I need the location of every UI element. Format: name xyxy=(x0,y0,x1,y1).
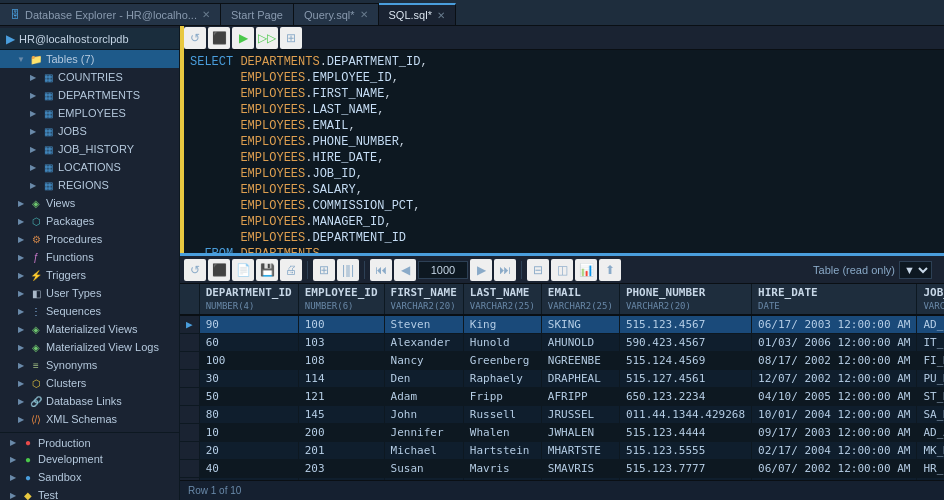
tab-sql-sql[interactable]: SQL.sql* ✕ xyxy=(379,3,456,25)
sidebar-item-db-links[interactable]: ▶ 🔗 Database Links xyxy=(0,392,179,410)
results-table-wrapper[interactable]: DEPARTMENT_IDNUMBER(4) EMPLOYEE_IDNUMBER… xyxy=(180,284,944,480)
tab-query-sql[interactable]: Query.sql* ✕ xyxy=(294,3,379,25)
sequences-icon: ⋮ xyxy=(29,306,43,317)
test-label: Test xyxy=(38,489,58,500)
results-new-btn[interactable]: 📄 xyxy=(232,259,254,281)
sidebar-item-clusters[interactable]: ▶ ⬡ Clusters xyxy=(0,374,179,392)
table-row[interactable]: 30114DenRaphaelyDRAPHEAL515.127.456112/0… xyxy=(180,369,944,387)
run-script-btn[interactable]: ▷▷ xyxy=(256,27,278,49)
row-indicator xyxy=(180,351,199,369)
sidebar-item-synonyms[interactable]: ▶ ≡ Synonyms xyxy=(0,356,179,374)
results-form-btn[interactable]: ◫ xyxy=(551,259,573,281)
cell-last-name: Raphaely xyxy=(463,369,541,387)
cell-first-name: Jennifer xyxy=(384,423,463,441)
sidebar-item-countries[interactable]: ▶ ▦ COUNTRIES xyxy=(0,68,179,86)
cell-hire-date: 06/17/ 2003 12:00:00 AM xyxy=(752,315,917,333)
rows-input[interactable] xyxy=(418,261,468,279)
results-cols-btn[interactable]: |‖| xyxy=(337,259,359,281)
nav-next-btn[interactable]: ▶ xyxy=(470,259,492,281)
table-row[interactable]: 10200JenniferWhalenJWHALEN515.123.444409… xyxy=(180,423,944,441)
table-row[interactable]: 40203SusanMavrisSMAVRIS515.123.777706/07… xyxy=(180,459,944,477)
table-row[interactable]: 80145JohnRussellJRUSSEL011.44.1344.42926… xyxy=(180,405,944,423)
table-row[interactable]: ▶90100StevenKingSKING515.123.456706/17/ … xyxy=(180,315,944,333)
sidebar-item-locations[interactable]: ▶ ▦ LOCATIONS xyxy=(0,158,179,176)
results-toolbar: ↺ ⬛ 📄 💾 🖨 ⊞ |‖| ⏮ ◀ ▶ ⏭ ⊟ ◫ 📊 ⬆ xyxy=(180,256,944,284)
sidebar-item-employees[interactable]: ▶ ▦ EMPLOYEES xyxy=(0,104,179,122)
job-history-table-icon: ▦ xyxy=(41,144,55,155)
sidebar-item-views[interactable]: ▶ ◈ Views xyxy=(0,194,179,212)
col-phone-number: PHONE_NUMBERVARCHAR2(20) xyxy=(619,284,751,315)
cell-hire-date: 06/07/ 2002 12:00:00 AM xyxy=(752,459,917,477)
cell-dept-id: 10 xyxy=(199,423,298,441)
sidebar-item-user-types[interactable]: ▶ ◧ User Types xyxy=(0,284,179,302)
table-row[interactable]: 60103AlexanderHunoldAHUNOLD590.423.45670… xyxy=(180,333,944,351)
results-export-btn[interactable]: ⬆ xyxy=(599,259,621,281)
sidebar-item-job-history[interactable]: ▶ ▦ JOB_HISTORY xyxy=(0,140,179,158)
cell-dept-id: 60 xyxy=(199,333,298,351)
results-grid-btn[interactable]: ⊞ xyxy=(313,259,335,281)
close-sql-sql-icon[interactable]: ✕ xyxy=(437,10,445,21)
stop-btn[interactable]: ⬛ xyxy=(208,27,230,49)
countries-table-icon: ▦ xyxy=(41,72,55,83)
results-chart-btn[interactable]: 📊 xyxy=(575,259,597,281)
sidebar-item-functions[interactable]: ▶ ƒ Functions xyxy=(0,248,179,266)
sidebar-item-sequences[interactable]: ▶ ⋮ Sequences xyxy=(0,302,179,320)
production-label: Production xyxy=(38,437,91,449)
table-row[interactable]: 100108NancyGreenbergNGREENBE515.124.4569… xyxy=(180,351,944,369)
sidebar-item-departments[interactable]: ▶ ▦ DEPARTMENTS xyxy=(0,86,179,104)
results-print-btn[interactable]: 🖨 xyxy=(280,259,302,281)
sidebar-item-regions[interactable]: ▶ ▦ REGIONS xyxy=(0,176,179,194)
tables-folder-icon: 📁 xyxy=(29,54,43,65)
locations-table-icon: ▦ xyxy=(41,162,55,173)
expand-synonyms-arrow: ▶ xyxy=(16,361,26,370)
regions-label: REGIONS xyxy=(58,179,109,191)
sql-editor-content[interactable]: SELECT DEPARTMENTS.DEPARTMENT_ID, EMPLOY… xyxy=(180,50,944,253)
cell-first-name: Steven xyxy=(384,315,463,333)
db-links-icon: 🔗 xyxy=(29,396,43,407)
close-db-explorer-icon[interactable]: ✕ xyxy=(202,9,210,20)
main-area: ▶ HR@localhost:orclpdb ▼ 📁 Tables (7) ▶ … xyxy=(0,26,944,500)
cell-first-name: Nancy xyxy=(384,351,463,369)
cell-dept-id: 100 xyxy=(199,351,298,369)
explain-plan-btn[interactable]: ⊞ xyxy=(280,27,302,49)
nav-prev-btn[interactable]: ◀ xyxy=(394,259,416,281)
sidebar-item-mat-views[interactable]: ▶ ◈ Materialized Views xyxy=(0,320,179,338)
sidebar-item-triggers[interactable]: ▶ ⚡ Triggers xyxy=(0,266,179,284)
results-refresh-btn[interactable]: ↺ xyxy=(184,259,206,281)
cell-job-id: IT_PROG xyxy=(917,333,944,351)
cell-emp-id: 103 xyxy=(298,333,384,351)
refresh-btn[interactable]: ↺ xyxy=(184,27,206,49)
cell-phone: 515.123.4444 xyxy=(619,423,751,441)
results-table-btn[interactable]: ⊟ xyxy=(527,259,549,281)
tab-db-explorer[interactable]: 🗄 Database Explorer - HR@localho... ✕ xyxy=(0,3,221,25)
cell-email: SMAVRIS xyxy=(541,459,619,477)
table-row[interactable]: 20201MichaelHartsteinMHARTSTE515.123.555… xyxy=(180,441,944,459)
sidebar-item-tables[interactable]: ▼ 📁 Tables (7) xyxy=(0,50,179,68)
nav-last-btn[interactable]: ⏭ xyxy=(494,259,516,281)
sidebar-item-test[interactable]: ▶ ◆ Test xyxy=(0,486,179,500)
sidebar-item-mat-view-logs[interactable]: ▶ ◈ Materialized View Logs xyxy=(0,338,179,356)
table-select[interactable]: ▼ xyxy=(899,261,932,279)
user-types-icon: ◧ xyxy=(29,288,43,299)
results-save-btn[interactable]: 💾 xyxy=(256,259,278,281)
sidebar-item-xml-schemas[interactable]: ▶ ⟨/⟩ XML Schemas xyxy=(0,410,179,428)
table-row[interactable]: 50121AdamFrippAFRIPP650.123.223404/10/ 2… xyxy=(180,387,944,405)
cell-hire-date: 02/17/ 2004 12:00:00 AM xyxy=(752,441,917,459)
connection-header[interactable]: ▶ HR@localhost:orclpdb xyxy=(0,28,179,50)
right-panel: ↺ ⬛ ▶ ▷▷ ⊞ SELECT DEPARTMENTS.DEPARTMENT… xyxy=(180,26,944,500)
close-query-sql-icon[interactable]: ✕ xyxy=(360,9,368,20)
cell-emp-id: 121 xyxy=(298,387,384,405)
sidebar-item-packages[interactable]: ▶ ⬡ Packages xyxy=(0,212,179,230)
expand-clusters-arrow: ▶ xyxy=(16,379,26,388)
sidebar-item-development[interactable]: ▶ ● Development xyxy=(0,450,179,468)
cell-last-name: Russell xyxy=(463,405,541,423)
sidebar-item-procedures[interactable]: ▶ ⚙ Procedures xyxy=(0,230,179,248)
nav-first-btn[interactable]: ⏮ xyxy=(370,259,392,281)
sidebar-item-production[interactable]: ▶ ● Production xyxy=(0,432,179,450)
run-btn[interactable]: ▶ xyxy=(232,27,254,49)
sidebar-item-jobs[interactable]: ▶ ▦ JOBS xyxy=(0,122,179,140)
sidebar-item-sandbox[interactable]: ▶ ● Sandbox xyxy=(0,468,179,486)
results-stop-btn[interactable]: ⬛ xyxy=(208,259,230,281)
tab-start-page[interactable]: Start Page xyxy=(221,3,294,25)
sandbox-label: Sandbox xyxy=(38,471,81,483)
